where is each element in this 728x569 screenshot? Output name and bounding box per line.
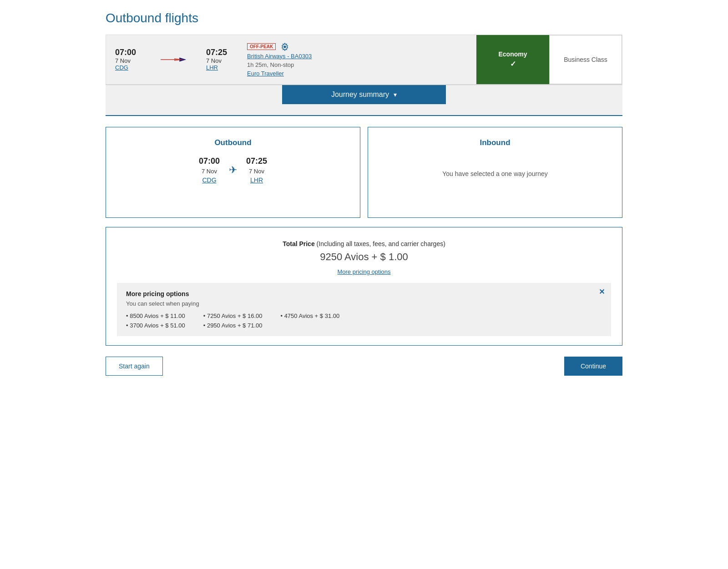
flight-card: 07:00 7 Nov CDG 07:25 7 Nov LHR OFF-PEAK [106,35,622,85]
pricing-option-1: • 7250 Avios + $ 16.00 [203,312,263,319]
pricing-options-box: ✕ More pricing options You can select wh… [117,283,611,336]
continue-button[interactable]: Continue [564,357,622,376]
divider [106,115,622,116]
outbound-arrive-date: 7 Nov [246,168,267,175]
economy-label: Economy [498,50,527,58]
svg-point-3 [283,45,286,48]
footer-actions: Start again Continue [106,357,622,376]
arrive-date: 7 Nov [206,57,233,64]
depart-airport[interactable]: CDG [115,64,142,71]
outbound-depart-time: 07:00 [199,156,220,166]
pricing-option-4: • 2950 Avios + $ 71.00 [203,322,263,329]
airline-name[interactable]: British Airways - BA0303 [247,53,312,60]
journey-summary-container: Journey summary ▾ [106,85,622,115]
pricing-option-3: • 3700 Avios + $ 51.00 [126,322,185,329]
total-price-line: Total Price (Including all taxes, fees, … [117,240,611,247]
page-title: Outbound flights [106,11,622,25]
outbound-depart-block: 07:00 7 Nov CDG [199,156,220,184]
plane-icon: ✈ [229,164,237,176]
fare-options: Economy ✓ Business Class [476,35,622,84]
cabin-class-link[interactable]: Euro Traveller [247,70,312,77]
airline-arrow [156,55,192,64]
depart-time: 07:00 [115,48,142,57]
pricing-options-row-1: • 8500 Avios + $ 11.00 • 7250 Avios + $ … [126,312,602,319]
economy-button[interactable]: Economy ✓ [476,35,549,84]
pricing-options-row-2: • 3700 Avios + $ 51.00 • 2950 Avios + $ … [126,322,602,329]
economy-checkmark: ✓ [510,60,516,68]
arrive-airport[interactable]: LHR [206,64,233,71]
outbound-depart-date: 7 Nov [199,168,220,175]
start-again-button[interactable]: Start again [106,357,163,376]
total-price-label: Total Price [283,240,315,247]
journey-cards: Outbound 07:00 7 Nov CDG ✈ 07:25 7 Nov L… [106,127,622,218]
more-pricing-link-container: More pricing options [117,267,611,276]
inbound-card-title: Inbound [379,138,611,147]
depart-date: 7 Nov [115,57,142,64]
avios-price: 9250 Avios + $ 1.00 [117,251,611,263]
journey-summary-label: Journey summary [331,91,389,99]
depart-block: 07:00 7 Nov CDG [115,48,142,71]
more-pricing-link[interactable]: More pricing options [337,268,390,275]
gear-icon [281,43,289,51]
outbound-card: Outbound 07:00 7 Nov CDG ✈ 07:25 7 Nov L… [106,127,360,218]
pricing-options-title: More pricing options [126,290,602,297]
inbound-card: Inbound You have selected a one way jour… [368,127,622,218]
one-way-message: You have selected a one way journey [379,156,611,191]
outbound-depart-airport[interactable]: CDG [199,176,220,184]
arrive-block: 07:25 7 Nov LHR [206,48,233,71]
journey-summary-bar[interactable]: Journey summary ▾ [282,85,446,104]
pricing-options-grid: • 8500 Avios + $ 11.00 • 7250 Avios + $ … [126,312,602,329]
chevron-down-icon: ▾ [394,91,397,98]
off-peak-badge: OFF-PEAK [247,43,276,50]
pricing-card: Total Price (Including all taxes, fees, … [106,227,622,346]
outbound-arrive-time: 07:25 [246,156,267,166]
arrive-time: 07:25 [206,48,233,57]
pricing-option-0: • 8500 Avios + $ 11.00 [126,312,185,319]
flight-info: 07:00 7 Nov CDG 07:25 7 Nov LHR OFF-PEAK [106,35,476,84]
total-price-suffix: (Including all taxes, fees, and carrier … [317,240,445,247]
flight-duration: 1h 25m, Non-stop [247,61,312,68]
pricing-option-2: • 4750 Avios + $ 31.00 [280,312,339,319]
badges-row: OFF-PEAK [247,42,312,51]
outbound-card-title: Outbound [117,138,349,147]
pricing-options-subtitle: You can select when paying [126,300,602,307]
ba-logo-icon [161,55,188,64]
outbound-arrive-block: 07:25 7 Nov LHR [246,156,267,184]
flight-details: OFF-PEAK British Airways - BA0303 1h 25m… [247,42,312,77]
close-icon[interactable]: ✕ [599,287,605,296]
outbound-card-content: 07:00 7 Nov CDG ✈ 07:25 7 Nov LHR [117,156,349,184]
business-class-button[interactable]: Business Class [549,35,622,84]
business-class-label: Business Class [564,56,607,63]
outbound-arrive-airport[interactable]: LHR [246,176,267,184]
